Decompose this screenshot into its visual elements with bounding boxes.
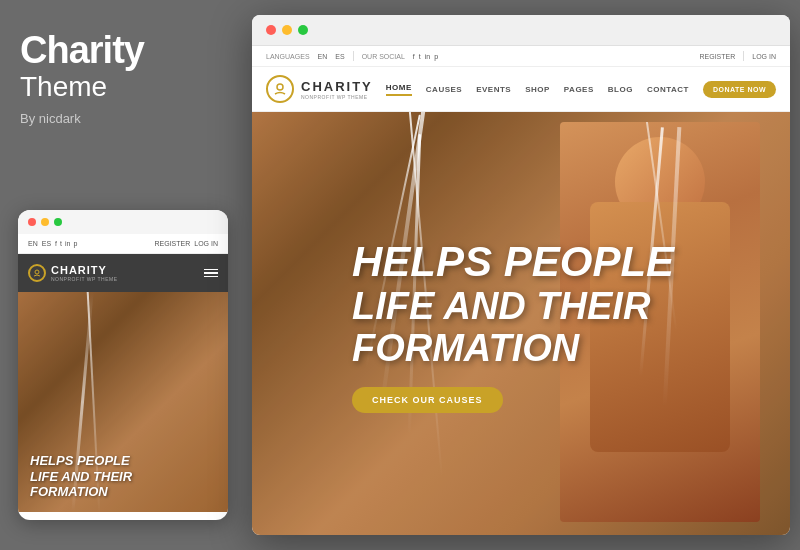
desktop-nav: CHARITY NONPROFIT WP THEME HOME CAUSES E…	[252, 67, 790, 112]
theme-title-bold: Charity	[20, 30, 225, 72]
desktop-register-link[interactable]: REGISTER	[699, 53, 735, 60]
desktop-login-link[interactable]: LOG IN	[752, 53, 776, 60]
desktop-lang1[interactable]: EN	[318, 53, 328, 60]
left-panel: Charity Theme By nicdark EN ES f t in p	[0, 0, 245, 550]
mobile-topbar-right: REGISTER LOG IN	[154, 240, 218, 247]
mobile-header: CHARITY NONPROFIT WP THEME	[18, 254, 228, 292]
mobile-logo-text-area: CHARITY NONPROFIT WP THEME	[51, 264, 118, 282]
mobile-lang1[interactable]: EN	[28, 240, 38, 247]
mobile-logo-icon	[28, 264, 46, 282]
mobile-dot-yellow	[41, 218, 49, 226]
nav-link-blog[interactable]: BLOG	[608, 85, 633, 94]
mobile-preview: EN ES f t in p REGISTER LOG IN	[18, 210, 228, 520]
desktop-traffic-lights	[252, 15, 790, 46]
nav-link-shop[interactable]: SHOP	[525, 85, 550, 94]
pinterest-icon[interactable]: p	[434, 53, 438, 60]
mobile-lang2[interactable]: ES	[42, 240, 51, 247]
nav-link-contact[interactable]: CONTACT	[647, 85, 689, 94]
mobile-topbar: EN ES f t in p REGISTER LOG IN	[18, 234, 228, 254]
mobile-logo-name: CHARITY	[51, 264, 118, 276]
mobile-logo: CHARITY NONPROFIT WP THEME	[28, 264, 118, 282]
desktop-topbar-left: LANGUAGES EN ES OUR SOCIAL f t in p	[266, 51, 438, 61]
desktop-logo-icon	[266, 75, 294, 103]
svg-point-1	[277, 84, 283, 90]
desktop-logo-name: CHARITY	[301, 79, 373, 94]
desktop-lang2[interactable]: ES	[335, 53, 344, 60]
mobile-register-link[interactable]: REGISTER	[154, 240, 190, 247]
mobile-topbar-left: EN ES f t in p	[28, 240, 77, 247]
mobile-dot-red	[28, 218, 36, 226]
desktop-dot-green	[298, 25, 308, 35]
mobile-logo-tagline: NONPROFIT WP THEME	[51, 276, 118, 282]
nav-link-events[interactable]: EVENTS	[476, 85, 511, 94]
linkedin-icon[interactable]: in	[65, 240, 70, 247]
mobile-social-icons: f t in p	[55, 240, 77, 247]
linkedin-icon[interactable]: in	[425, 53, 430, 60]
desktop-preview: LANGUAGES EN ES OUR SOCIAL f t in p REGI…	[252, 15, 790, 535]
desktop-topbar-right: REGISTER LOG IN	[699, 51, 776, 61]
hero-heading-line1: HELPS PEOPLE	[352, 241, 674, 283]
desktop-social-icons: f t in p	[413, 53, 438, 60]
desktop-hero: HELPS PEOPLE LIFE AND THEIR FORMATION CH…	[252, 112, 790, 535]
twitter-icon[interactable]: t	[60, 240, 62, 247]
pinterest-icon[interactable]: p	[73, 240, 77, 247]
facebook-icon[interactable]: f	[413, 53, 415, 60]
desktop-nav-links: HOME CAUSES EVENTS SHOP PAGES BLOG CONTA…	[386, 81, 776, 98]
mobile-menu-icon[interactable]	[204, 269, 218, 278]
mobile-hero: HELPS PEOPLE LIFE AND THEIR FORMATION	[18, 292, 228, 512]
desktop-logo: CHARITY NONPROFIT WP THEME	[266, 75, 373, 103]
hero-content: HELPS PEOPLE LIFE AND THEIR FORMATION CH…	[252, 241, 674, 413]
desktop-topbar: LANGUAGES EN ES OUR SOCIAL f t in p REGI…	[252, 46, 790, 67]
facebook-icon[interactable]: f	[55, 240, 57, 247]
svg-point-0	[35, 270, 39, 274]
desktop-logo-text-area: CHARITY NONPROFIT WP THEME	[301, 79, 373, 100]
desktop-dot-yellow	[282, 25, 292, 35]
mobile-dot-green	[54, 218, 62, 226]
topbar-sep-2	[743, 51, 744, 61]
mobile-traffic-lights	[18, 210, 228, 234]
desktop-languages-label: LANGUAGES	[266, 53, 310, 60]
theme-author: By nicdark	[20, 111, 225, 126]
hero-heading-line2: LIFE AND THEIR	[352, 287, 674, 325]
twitter-icon[interactable]: t	[419, 53, 421, 60]
nav-link-pages[interactable]: PAGES	[564, 85, 594, 94]
check-causes-button[interactable]: CHECK OUR CAUSES	[352, 387, 503, 413]
nav-link-causes[interactable]: CAUSES	[426, 85, 462, 94]
mobile-hero-heading: HELPS PEOPLE LIFE AND THEIR FORMATION	[30, 453, 132, 500]
topbar-sep-1	[353, 51, 354, 61]
desktop-dot-red	[266, 25, 276, 35]
nav-link-home[interactable]: HOME	[386, 83, 412, 96]
mobile-hero-text: HELPS PEOPLE LIFE AND THEIR FORMATION	[30, 453, 132, 500]
donate-now-button[interactable]: DONATE NOW	[703, 81, 776, 98]
desktop-our-social: OUR SOCIAL	[362, 53, 405, 60]
mobile-login-link[interactable]: LOG IN	[194, 240, 218, 247]
theme-title-regular: Theme	[20, 72, 225, 103]
desktop-logo-tagline: NONPROFIT WP THEME	[301, 94, 373, 100]
hero-heading-line3: FORMATION	[352, 329, 674, 367]
